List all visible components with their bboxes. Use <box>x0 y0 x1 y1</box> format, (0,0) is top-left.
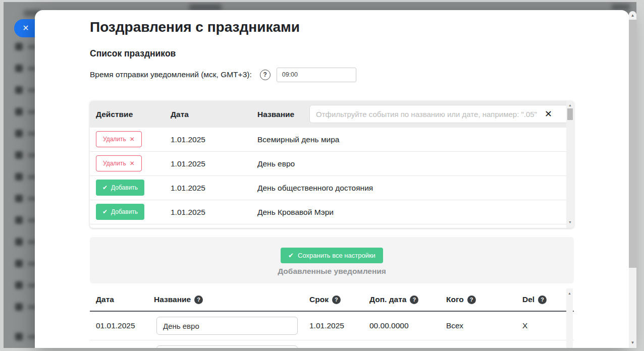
column-header-name: Название <box>257 101 294 128</box>
dimmed-sidebar-icon <box>15 281 23 289</box>
column-header-Срок: Срок? <box>309 295 369 304</box>
x-icon: ✕ <box>130 160 135 167</box>
column-header-label: Название <box>154 295 191 304</box>
check-icon: ✔ <box>102 208 108 215</box>
dimmed-sidebar-icon <box>15 130 23 137</box>
dimmed-sidebar-icon <box>15 108 23 115</box>
delete-label: Удалить <box>103 136 126 143</box>
holidays-modal: Поздравления с праздниками Список праздн… <box>35 10 629 348</box>
date-cell: 1.01.2025 <box>171 128 205 151</box>
holiday-name-cell: День Кровавой Мэри <box>257 200 334 224</box>
table-row: Удалить✕1.01.2025Всемирный день мира <box>90 128 574 152</box>
table-scrollbar[interactable]: ▲ ▼ <box>566 101 574 228</box>
dimmed-ui-smudge <box>612 4 630 10</box>
date-cell: 1.01.2025 <box>171 176 205 200</box>
page-title: Поздравления с праздниками <box>90 19 300 35</box>
save-section: ✔Сохранить все настройки Добавленные уве… <box>90 237 574 283</box>
column-header-Название: Название? <box>154 295 309 304</box>
holidays-table-header: Действие Дата Название ✕ <box>90 101 574 128</box>
holiday-name-cell: Всемирный день мира <box>257 128 339 151</box>
name-cell <box>154 317 309 335</box>
added-notifications-title: Добавленные уведомления <box>90 267 574 276</box>
dimmed-sidebar-icon <box>15 303 23 311</box>
scrollbar-thumb[interactable] <box>567 108 573 120</box>
term-cell: 1.01.2025 <box>309 321 369 330</box>
action-cell: Удалить✕ <box>96 155 142 171</box>
column-header-label: Дата <box>96 295 114 304</box>
check-icon: ✔ <box>288 252 294 259</box>
dimmed-sidebar-icon <box>15 216 23 224</box>
check-icon: ✔ <box>102 184 108 191</box>
scroll-up-icon[interactable]: ▲ <box>566 103 574 107</box>
column-header-label: Срок <box>309 295 329 304</box>
dimmed-sidebar-icon <box>15 65 23 72</box>
extra-date-cell: 00.00.0000 <box>369 321 446 330</box>
question-icon[interactable]: ? <box>467 296 476 304</box>
question-icon[interactable]: ? <box>538 296 547 304</box>
table-row-partial <box>90 340 574 348</box>
date-cell: 1.01.2025 <box>171 200 205 224</box>
table-row: ✔Добавить1.01.2025День общественного дос… <box>90 176 574 200</box>
add-label: Добавить <box>111 208 138 215</box>
column-header-action: Действие <box>96 101 133 128</box>
dimmed-sidebar-icon <box>15 333 23 340</box>
scroll-up-icon[interactable]: ▲ <box>629 13 636 18</box>
save-all-label: Сохранить все настройки <box>298 252 375 259</box>
dimmed-sidebar-icon <box>15 43 23 50</box>
column-header-label: Del <box>522 295 534 304</box>
column-header-Доп. дата: Доп. дата? <box>369 295 446 304</box>
question-icon[interactable]: ? <box>332 296 341 304</box>
column-header-label: Кого <box>446 295 464 304</box>
action-cell: ✔Добавить <box>96 204 144 220</box>
dimmed-sidebar-icon <box>15 238 23 246</box>
date-cell: 1.01.2025 <box>171 152 205 176</box>
time-label: Время отправки уведомлений (мск, GMT+3): <box>90 70 252 79</box>
name-input[interactable] <box>156 345 298 348</box>
add-button[interactable]: ✔Добавить <box>96 180 144 196</box>
delete-label: Удалить <box>103 160 126 167</box>
holiday-name-cell: День евро <box>257 152 295 176</box>
column-header-Дата: Дата <box>96 295 154 304</box>
table-row: 01.01.20251.01.202500.00.0000ВсехX <box>90 312 574 340</box>
question-icon[interactable]: ? <box>194 296 203 304</box>
notifications-scrollbar[interactable]: ▲ <box>566 288 573 348</box>
time-input[interactable] <box>277 68 356 82</box>
holidays-list-title: Список праздников <box>90 48 176 59</box>
add-label: Добавить <box>111 184 138 191</box>
clear-filter-icon[interactable]: ✕ <box>545 108 552 120</box>
notification-time-row: Время отправки уведомлений (мск, GMT+3):… <box>90 67 356 82</box>
delete-button[interactable]: Удалить✕ <box>96 131 142 147</box>
name-input[interactable] <box>156 317 298 335</box>
dimmed-sidebar-icon <box>15 86 23 94</box>
action-cell: Удалить✕ <box>96 131 142 147</box>
dimmed-sidebar-icon <box>15 151 23 159</box>
x-icon: ✕ <box>130 136 135 143</box>
filter-input[interactable] <box>309 105 568 123</box>
scroll-down-icon[interactable]: ▼ <box>629 340 636 345</box>
who-cell: Всех <box>446 321 522 330</box>
notifications-table-body: 01.01.20251.01.202500.00.0000ВсехX <box>90 312 574 348</box>
table-row: Удалить✕1.01.2025День евро <box>90 152 574 176</box>
holidays-table: Действие Дата Название ✕ Удалить✕1.01.20… <box>90 101 574 228</box>
window-frame: ✕ Поздравления с праздниками Список праз… <box>0 0 644 351</box>
close-icon: ✕ <box>22 24 29 32</box>
holidays-table-body: Удалить✕1.01.2025Всемирный день мираУдал… <box>90 128 574 224</box>
notifications-table-header: ДатаНазвание?Срок?Доп. дата?Кого?Del? <box>90 288 574 312</box>
add-button[interactable]: ✔Добавить <box>96 204 144 220</box>
help-icon[interactable]: ? <box>260 70 271 80</box>
save-all-button[interactable]: ✔Сохранить все настройки <box>281 248 383 263</box>
scroll-up-icon[interactable]: ▲ <box>566 291 573 295</box>
page-scrollbar[interactable]: ▲ ▼ <box>629 11 636 348</box>
question-glyph: ? <box>263 71 267 78</box>
dimmed-sidebar-icon <box>15 195 23 202</box>
scrollbar-thumb[interactable] <box>629 20 636 268</box>
date-cell: 01.01.2025 <box>96 321 154 330</box>
scroll-down-icon[interactable]: ▼ <box>566 220 574 224</box>
dimmed-sidebar-icon <box>15 260 23 267</box>
question-icon[interactable]: ? <box>410 296 418 304</box>
column-header-label: Доп. дата <box>369 295 406 304</box>
action-cell: ✔Добавить <box>96 180 144 196</box>
modal-close-button[interactable]: ✕ <box>14 19 37 37</box>
holiday-name-cell: День общественного достояния <box>257 176 373 200</box>
delete-button[interactable]: Удалить✕ <box>96 155 142 171</box>
